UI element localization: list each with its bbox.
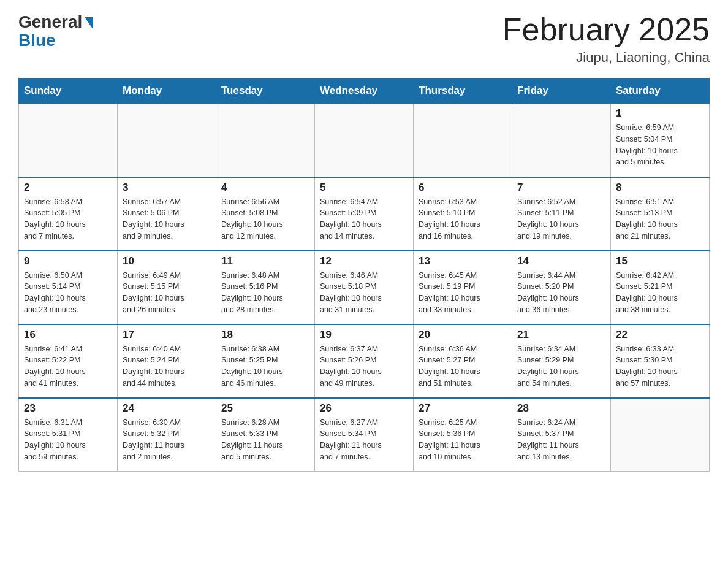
- calendar-week-row: 1Sunrise: 6:59 AM Sunset: 5:04 PM Daylig…: [19, 104, 710, 177]
- weekday-header-sunday: Sunday: [19, 79, 118, 104]
- day-number: 21: [517, 329, 605, 341]
- calendar-cell: [118, 104, 216, 177]
- calendar-cell: 20Sunrise: 6:36 AM Sunset: 5:27 PM Dayli…: [414, 324, 512, 398]
- calendar-cell: [414, 104, 512, 177]
- calendar-cell: [216, 104, 315, 177]
- calendar-cell: 28Sunrise: 6:24 AM Sunset: 5:37 PM Dayli…: [512, 398, 611, 472]
- calendar-cell: 10Sunrise: 6:49 AM Sunset: 5:15 PM Dayli…: [118, 251, 216, 324]
- day-info: Sunrise: 6:48 AM Sunset: 5:16 PM Dayligh…: [221, 270, 309, 316]
- day-number: 27: [419, 402, 507, 415]
- day-info: Sunrise: 6:38 AM Sunset: 5:25 PM Dayligh…: [221, 343, 309, 389]
- day-number: 11: [221, 255, 309, 267]
- day-number: 13: [419, 255, 507, 267]
- calendar-week-row: 16Sunrise: 6:41 AM Sunset: 5:22 PM Dayli…: [19, 324, 710, 398]
- calendar-cell: 19Sunrise: 6:37 AM Sunset: 5:26 PM Dayli…: [315, 324, 414, 398]
- day-number: 15: [616, 255, 704, 267]
- month-title: February 2025: [502, 12, 710, 47]
- calendar-cell: [315, 104, 414, 177]
- weekday-header-tuesday: Tuesday: [216, 79, 315, 104]
- day-info: Sunrise: 6:58 AM Sunset: 5:05 PM Dayligh…: [24, 196, 112, 242]
- weekday-header-thursday: Thursday: [414, 79, 512, 104]
- calendar-cell: 17Sunrise: 6:40 AM Sunset: 5:24 PM Dayli…: [118, 324, 216, 398]
- calendar-cell: 21Sunrise: 6:34 AM Sunset: 5:29 PM Dayli…: [512, 324, 611, 398]
- day-number: 24: [123, 402, 211, 415]
- day-info: Sunrise: 6:45 AM Sunset: 5:19 PM Dayligh…: [419, 270, 507, 316]
- day-number: 20: [419, 329, 507, 341]
- day-number: 19: [320, 329, 408, 341]
- day-info: Sunrise: 6:49 AM Sunset: 5:15 PM Dayligh…: [123, 270, 211, 316]
- header-right: February 2025 Jiupu, Liaoning, China: [502, 12, 710, 66]
- day-info: Sunrise: 6:50 AM Sunset: 5:14 PM Dayligh…: [24, 270, 112, 316]
- day-info: Sunrise: 6:33 AM Sunset: 5:30 PM Dayligh…: [616, 343, 704, 389]
- page-header: General Blue February 2025 Jiupu, Liaoni…: [18, 12, 710, 66]
- day-number: 28: [517, 402, 605, 415]
- calendar-cell: 24Sunrise: 6:30 AM Sunset: 5:32 PM Dayli…: [118, 398, 216, 472]
- calendar-cell: 4Sunrise: 6:56 AM Sunset: 5:08 PM Daylig…: [216, 177, 315, 251]
- calendar-cell: 12Sunrise: 6:46 AM Sunset: 5:18 PM Dayli…: [315, 251, 414, 324]
- day-info: Sunrise: 6:25 AM Sunset: 5:36 PM Dayligh…: [419, 417, 507, 463]
- day-info: Sunrise: 6:56 AM Sunset: 5:08 PM Dayligh…: [221, 196, 309, 242]
- day-info: Sunrise: 6:27 AM Sunset: 5:34 PM Dayligh…: [320, 417, 408, 463]
- calendar-cell: 13Sunrise: 6:45 AM Sunset: 5:19 PM Dayli…: [414, 251, 512, 324]
- calendar-week-row: 23Sunrise: 6:31 AM Sunset: 5:31 PM Dayli…: [19, 398, 710, 472]
- day-number: 10: [123, 255, 211, 267]
- weekday-header-saturday: Saturday: [611, 79, 710, 104]
- day-info: Sunrise: 6:51 AM Sunset: 5:13 PM Dayligh…: [616, 196, 704, 242]
- day-info: Sunrise: 6:37 AM Sunset: 5:26 PM Dayligh…: [320, 343, 408, 389]
- day-number: 9: [24, 255, 112, 267]
- calendar-cell: 7Sunrise: 6:52 AM Sunset: 5:11 PM Daylig…: [512, 177, 611, 251]
- weekday-header-friday: Friday: [512, 79, 611, 104]
- day-info: Sunrise: 6:34 AM Sunset: 5:29 PM Dayligh…: [517, 343, 605, 389]
- day-number: 2: [24, 182, 112, 194]
- day-info: Sunrise: 6:57 AM Sunset: 5:06 PM Dayligh…: [123, 196, 211, 242]
- calendar-cell: 8Sunrise: 6:51 AM Sunset: 5:13 PM Daylig…: [611, 177, 710, 251]
- day-info: Sunrise: 6:36 AM Sunset: 5:27 PM Dayligh…: [419, 343, 507, 389]
- calendar-cell: [19, 104, 118, 177]
- calendar-cell: 16Sunrise: 6:41 AM Sunset: 5:22 PM Dayli…: [19, 324, 118, 398]
- calendar-cell: 2Sunrise: 6:58 AM Sunset: 5:05 PM Daylig…: [19, 177, 118, 251]
- day-number: 3: [123, 182, 211, 194]
- day-info: Sunrise: 6:46 AM Sunset: 5:18 PM Dayligh…: [320, 270, 408, 316]
- calendar-table: SundayMondayTuesdayWednesdayThursdayFrid…: [18, 78, 710, 472]
- day-number: 7: [517, 182, 605, 194]
- weekday-header-wednesday: Wednesday: [315, 79, 414, 104]
- calendar-cell: 3Sunrise: 6:57 AM Sunset: 5:06 PM Daylig…: [118, 177, 216, 251]
- calendar-cell: 15Sunrise: 6:42 AM Sunset: 5:21 PM Dayli…: [611, 251, 710, 324]
- day-info: Sunrise: 6:42 AM Sunset: 5:21 PM Dayligh…: [616, 270, 704, 316]
- day-number: 22: [616, 329, 704, 341]
- day-number: 14: [517, 255, 605, 267]
- day-info: Sunrise: 6:41 AM Sunset: 5:22 PM Dayligh…: [24, 343, 112, 389]
- day-info: Sunrise: 6:52 AM Sunset: 5:11 PM Dayligh…: [517, 196, 605, 242]
- day-info: Sunrise: 6:59 AM Sunset: 5:04 PM Dayligh…: [616, 122, 704, 168]
- calendar-cell: [512, 104, 611, 177]
- day-number: 12: [320, 255, 408, 267]
- day-number: 8: [616, 182, 704, 194]
- calendar-cell: 11Sunrise: 6:48 AM Sunset: 5:16 PM Dayli…: [216, 251, 315, 324]
- day-number: 5: [320, 182, 408, 194]
- day-number: 26: [320, 402, 408, 415]
- logo-general-text: General: [18, 12, 82, 32]
- calendar-week-row: 9Sunrise: 6:50 AM Sunset: 5:14 PM Daylig…: [19, 251, 710, 324]
- calendar-cell: 9Sunrise: 6:50 AM Sunset: 5:14 PM Daylig…: [19, 251, 118, 324]
- calendar-cell: 25Sunrise: 6:28 AM Sunset: 5:33 PM Dayli…: [216, 398, 315, 472]
- day-info: Sunrise: 6:24 AM Sunset: 5:37 PM Dayligh…: [517, 417, 605, 463]
- day-number: 1: [616, 107, 704, 120]
- calendar-cell: [611, 398, 710, 472]
- day-info: Sunrise: 6:31 AM Sunset: 5:31 PM Dayligh…: [24, 417, 112, 463]
- day-info: Sunrise: 6:53 AM Sunset: 5:10 PM Dayligh…: [419, 196, 507, 242]
- calendar-week-row: 2Sunrise: 6:58 AM Sunset: 5:05 PM Daylig…: [19, 177, 710, 251]
- day-info: Sunrise: 6:40 AM Sunset: 5:24 PM Dayligh…: [123, 343, 211, 389]
- location-text: Jiupu, Liaoning, China: [502, 50, 710, 66]
- logo: General Blue: [18, 12, 93, 50]
- day-info: Sunrise: 6:28 AM Sunset: 5:33 PM Dayligh…: [221, 417, 309, 463]
- calendar-cell: 23Sunrise: 6:31 AM Sunset: 5:31 PM Dayli…: [19, 398, 118, 472]
- calendar-cell: 22Sunrise: 6:33 AM Sunset: 5:30 PM Dayli…: [611, 324, 710, 398]
- day-info: Sunrise: 6:30 AM Sunset: 5:32 PM Dayligh…: [123, 417, 211, 463]
- day-number: 23: [24, 402, 112, 415]
- day-number: 4: [221, 182, 309, 194]
- day-number: 17: [123, 329, 211, 341]
- calendar-cell: 18Sunrise: 6:38 AM Sunset: 5:25 PM Dayli…: [216, 324, 315, 398]
- day-info: Sunrise: 6:44 AM Sunset: 5:20 PM Dayligh…: [517, 270, 605, 316]
- calendar-cell: 14Sunrise: 6:44 AM Sunset: 5:20 PM Dayli…: [512, 251, 611, 324]
- calendar-cell: 26Sunrise: 6:27 AM Sunset: 5:34 PM Dayli…: [315, 398, 414, 472]
